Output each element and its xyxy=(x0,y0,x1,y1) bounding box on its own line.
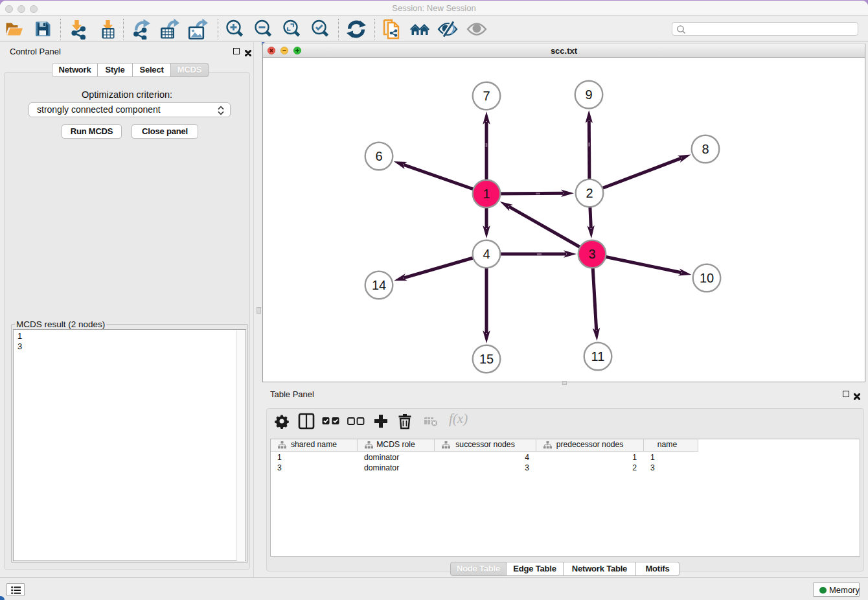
svg-text:15: 15 xyxy=(479,352,494,366)
svg-text:2: 2 xyxy=(586,186,593,200)
svg-text:7: 7 xyxy=(483,89,490,103)
svg-text:9: 9 xyxy=(585,87,592,102)
svg-text:8: 8 xyxy=(702,142,709,156)
svg-text:6: 6 xyxy=(375,149,382,163)
svg-text:3: 3 xyxy=(588,247,595,261)
svg-text:11: 11 xyxy=(591,349,605,363)
svg-text:1: 1 xyxy=(483,187,490,201)
svg-text:10: 10 xyxy=(700,271,714,285)
svg-text:14: 14 xyxy=(372,278,386,292)
svg-text:4: 4 xyxy=(483,247,490,261)
